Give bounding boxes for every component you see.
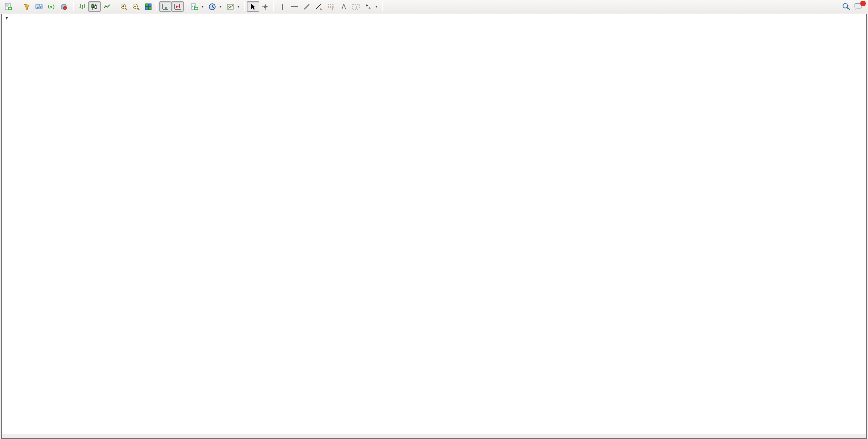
tile-windows-button[interactable] — [142, 1, 154, 12]
zoom-out-icon — [132, 3, 140, 11]
funnel-icon — [23, 3, 31, 11]
toolbar-separator — [156, 2, 157, 11]
signal-button[interactable] — [45, 1, 57, 12]
chevron-down-icon: ▼ — [201, 5, 204, 8]
horizontal-line-button[interactable] — [288, 1, 301, 12]
text-button[interactable]: A — [338, 1, 350, 12]
templates-icon — [226, 3, 234, 11]
toolbar-separator — [244, 2, 245, 11]
trendline-icon — [303, 3, 311, 11]
toolbar-separator — [186, 2, 186, 11]
periods-icon — [208, 3, 216, 11]
arrows-icon — [364, 3, 372, 11]
window-bottom-strip — [2, 434, 866, 438]
auto-scroll-icon — [161, 3, 169, 11]
svg-text:F: F — [332, 7, 334, 11]
indicators-button[interactable]: ▼ — [188, 1, 206, 12]
line-chart-button[interactable] — [101, 1, 113, 12]
search-icon[interactable] — [842, 2, 851, 11]
text-icon: A — [340, 3, 348, 11]
horizontal-line-icon — [290, 3, 299, 11]
bar-chart-button[interactable] — [76, 1, 88, 12]
chart-window[interactable]: ▼ — [1, 14, 867, 439]
symbol-dropdown-icon[interactable]: ▼ — [5, 16, 9, 21]
svg-text:A: A — [342, 3, 346, 10]
text-label-icon: T — [352, 3, 360, 11]
svg-text:E: E — [320, 7, 322, 10]
cursor-button[interactable] — [247, 1, 259, 12]
crosshair-button[interactable] — [259, 1, 271, 12]
indicators-icon — [190, 3, 199, 11]
crosshair-icon — [261, 3, 269, 11]
vertical-line-icon — [278, 3, 286, 11]
periods-button[interactable]: ▼ — [206, 1, 224, 12]
trendline-button[interactable] — [301, 1, 313, 12]
toolbar-separator — [18, 2, 18, 11]
text-label-button[interactable]: T — [350, 1, 362, 12]
zoom-in-button[interactable] — [117, 1, 130, 12]
zoom-in-icon — [120, 3, 128, 11]
zoom-out-button[interactable] — [130, 1, 142, 12]
line-chart-icon — [103, 3, 111, 11]
auto-scroll-button[interactable] — [159, 1, 171, 12]
signal-icon — [47, 3, 55, 11]
tile-windows-icon — [144, 3, 152, 11]
chart-title: ▼ — [5, 16, 15, 21]
fibonacci-icon: F — [327, 3, 336, 11]
main-toolbar: ▼ ▼ ▼ E F A T ▼ — [0, 0, 868, 13]
chevron-down-icon: ▼ — [219, 5, 222, 8]
market-watch-icon — [35, 3, 43, 11]
notification-badge — [860, 0, 866, 7]
new-order-icon — [4, 3, 12, 11]
channel-icon: E — [315, 3, 323, 11]
svg-text:T: T — [354, 4, 358, 9]
templates-button[interactable]: ▼ — [224, 1, 242, 12]
chart-shift-button[interactable] — [171, 1, 184, 12]
price-chart[interactable] — [2, 14, 867, 438]
toolbar-separator — [73, 2, 74, 11]
fibonacci-button[interactable]: F — [325, 1, 338, 12]
auto-trading-button[interactable] — [57, 1, 71, 12]
auto-trading-icon — [60, 3, 68, 11]
notifications-button[interactable] — [854, 3, 863, 11]
toolbar-separator — [115, 2, 115, 11]
arrows-button[interactable]: ▼ — [362, 1, 380, 12]
toolbar-separator — [273, 2, 274, 11]
chevron-down-icon: ▼ — [236, 5, 240, 8]
channel-button[interactable]: E — [313, 1, 325, 12]
chart-shift-icon — [173, 3, 182, 11]
candlestick-chart-button[interactable] — [88, 1, 101, 12]
vertical-line-button[interactable] — [276, 1, 288, 12]
market-watch-button[interactable] — [33, 1, 45, 12]
cursor-icon — [249, 3, 257, 11]
funnel-button[interactable] — [21, 1, 33, 12]
candlestick-chart-icon — [90, 3, 98, 11]
bar-chart-icon — [78, 3, 86, 11]
new-order-button[interactable] — [2, 1, 16, 12]
chevron-down-icon: ▼ — [374, 5, 378, 8]
toolbar-separator — [382, 2, 383, 11]
